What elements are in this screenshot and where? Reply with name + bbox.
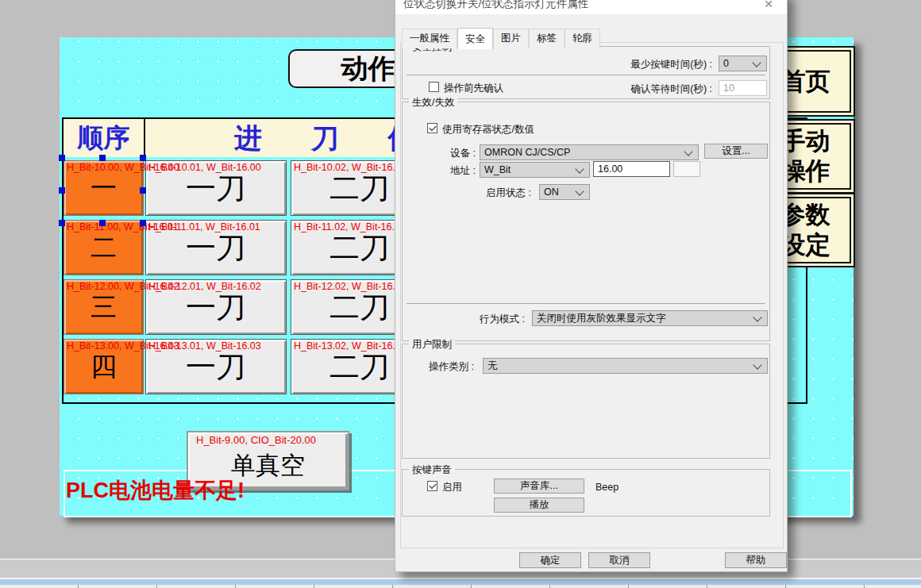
- nav-manual-label-2: 操作: [781, 156, 830, 186]
- group-label: 用户限制: [409, 338, 455, 352]
- screen-title: 动作: [341, 51, 395, 87]
- address-type-select[interactable]: W_Bit: [480, 162, 590, 178]
- selection-handle[interactable]: [140, 187, 146, 194]
- close-icon[interactable]: ×: [760, 0, 777, 13]
- enable-state-value: ON: [540, 186, 573, 198]
- seq-text: 一: [91, 171, 117, 206]
- dialog-title: 位状态切换开关/位状态指示灯元件属性: [403, 0, 588, 11]
- selection-handle[interactable]: [59, 187, 65, 194]
- address-label: H_Bit-13.00, W_Bit-16.03: [67, 340, 179, 352]
- confirm-before-operate-label: 操作前先确认: [444, 82, 503, 95]
- selection-handle[interactable]: [140, 155, 146, 161]
- seq-text: 三: [91, 290, 117, 325]
- tab-label[interactable]: 标签: [529, 29, 565, 48]
- header-seq-label: 顺序: [78, 121, 130, 156]
- address-value-input[interactable]: 16.00: [593, 161, 670, 177]
- group-user-restriction: 用户限制 操作类别 : 无: [402, 344, 770, 459]
- address-label: H_Bit-10.02, W_Bit-16.00: [294, 162, 407, 173]
- seq-button-3[interactable]: H_Bit-12.00, W_Bit-16.02 三: [64, 279, 144, 335]
- selection-handle[interactable]: [140, 220, 146, 226]
- address-label: H_Bit-12.02, W_Bit-16.02: [294, 281, 407, 292]
- min-press-time-value: 0: [719, 58, 750, 69]
- knife1-text: 一刀: [186, 228, 246, 268]
- sound-play-button[interactable]: 播放: [494, 498, 584, 513]
- selection-handle[interactable]: [59, 155, 65, 161]
- behavior-mode-select[interactable]: 关闭时使用灰阶效果显示文字: [532, 310, 768, 326]
- group-label: 生效/失效: [409, 96, 457, 110]
- selection-handle[interactable]: [59, 220, 65, 226]
- address-label: H_Bit-11.02, W_Bit-16.01: [294, 221, 406, 233]
- selection-handle[interactable]: [99, 155, 106, 161]
- plc-battery-warning: PLC电池电量不足!: [66, 476, 245, 505]
- confirm-wait-input[interactable]: 10: [719, 80, 767, 96]
- knife2-text: 二刀: [329, 168, 390, 209]
- help-button[interactable]: 帮助: [725, 552, 787, 568]
- address-label: H_Bit-12.00, W_Bit-16.02: [67, 281, 179, 292]
- device-value: OMRON CJ/CS/CP: [480, 147, 682, 158]
- chevron-down-icon: [752, 58, 761, 67]
- ok-button[interactable]: 确定: [519, 552, 581, 568]
- confirm-wait-label: 确认等待时间(秒) :: [630, 83, 712, 96]
- tab-picture[interactable]: 图片: [493, 29, 529, 48]
- app-window: 动作 顺序 进 刀 使用 H_Bit-10.00, W_Bit-16.00 一 …: [0, 0, 921, 588]
- min-press-time-label: 最少按键时间(秒) :: [630, 58, 712, 71]
- tab-strip: 一般属性 安全 图片 标签 轮廓: [402, 27, 600, 48]
- address-label: H_Bit-10.00, W_Bit-16.00: [67, 162, 179, 173]
- chevron-down-icon: [684, 147, 692, 156]
- header-seq-cell[interactable]: 顺序: [64, 119, 145, 157]
- help-label: 帮助: [746, 554, 766, 567]
- operation-class-label: 操作类别 :: [429, 360, 474, 374]
- address-value: 16.00: [598, 163, 622, 175]
- nav-home-label: 首页: [781, 67, 830, 97]
- seq-button-2[interactable]: H_Bit-11.00, W_Bit-16.01 二: [64, 220, 144, 275]
- sound-enable-checkbox[interactable]: [427, 481, 437, 491]
- address-label: H_Bit-9.00, CIO_Bit-20.00: [196, 434, 316, 446]
- ok-label: 确定: [541, 554, 561, 567]
- confirm-wait-value: 10: [723, 83, 734, 94]
- sound-library-button[interactable]: 声音库...: [494, 478, 584, 494]
- tab-security[interactable]: 安全: [457, 28, 493, 49]
- tab-general[interactable]: 一般属性: [402, 29, 457, 48]
- operation-class-value: 无: [484, 359, 751, 373]
- min-press-time-select[interactable]: 0: [719, 56, 767, 71]
- confirm-before-operate-checkbox[interactable]: [429, 82, 439, 92]
- enable-state-select[interactable]: ON: [539, 184, 590, 200]
- knife1-text: 一刀: [186, 168, 246, 209]
- cancel-button[interactable]: 取消: [588, 552, 650, 568]
- operation-class-select[interactable]: 无: [483, 358, 768, 374]
- dialog-titlebar[interactable]: 位状态切换开关/位状态指示灯元件属性 ×: [395, 0, 787, 14]
- behavior-mode-label: 行为模式 :: [480, 313, 525, 326]
- knife1-text: 一刀: [186, 347, 246, 387]
- seq-text: 四: [91, 349, 117, 385]
- cancel-label: 取消: [610, 554, 630, 567]
- knife2-text: 二刀: [329, 347, 390, 387]
- tab-outline[interactable]: 轮廓: [565, 29, 600, 48]
- address-label: H_Bit-11.00, W_Bit-16.01: [67, 221, 179, 233]
- chevron-down-icon: [753, 313, 761, 321]
- seq-button-1[interactable]: H_Bit-10.00, W_Bit-16.00 一: [64, 160, 144, 216]
- selection-handle[interactable]: [99, 220, 106, 226]
- sound-play-label: 播放: [530, 498, 549, 512]
- chevron-down-icon: [575, 164, 584, 173]
- enable-state-label: 启用状态 :: [486, 186, 531, 200]
- address-type-label: 地址 :: [450, 164, 476, 178]
- use-register-label: 使用寄存器状态/数值: [442, 123, 534, 136]
- seq-text: 二: [91, 230, 117, 266]
- divider: [407, 303, 765, 304]
- device-select[interactable]: OMRON CJ/CS/CP: [480, 144, 699, 160]
- nav-param-label-2: 设定: [781, 230, 830, 260]
- nav-manual-label-1: 手动: [781, 126, 830, 156]
- knife2-text: 二刀: [329, 228, 390, 268]
- group-key-sound: 按键声音 启用 声音库... Beep 播放: [402, 469, 770, 517]
- chevron-down-icon: [575, 186, 584, 195]
- group-safety-control: 安全控制 最少按键时间(秒) : 0 操作前先确认 确认等待时间(秒) : 10: [402, 46, 770, 99]
- device-settings-button[interactable]: 设置...: [704, 144, 768, 159]
- sound-name: Beep: [595, 482, 618, 493]
- divider: [407, 75, 765, 75]
- seq-button-4[interactable]: H_Bit-13.00, W_Bit-16.03 四: [64, 339, 144, 394]
- address-type-value: W_Bit: [480, 164, 573, 175]
- properties-dialog: 位状态切换开关/位状态指示灯元件属性 × 一般属性 安全 图片 标签 轮廓 安全…: [395, 0, 788, 572]
- sound-enable-label: 启用: [442, 481, 462, 494]
- use-register-checkbox[interactable]: [427, 123, 437, 133]
- horizontal-ruler: [0, 585, 921, 588]
